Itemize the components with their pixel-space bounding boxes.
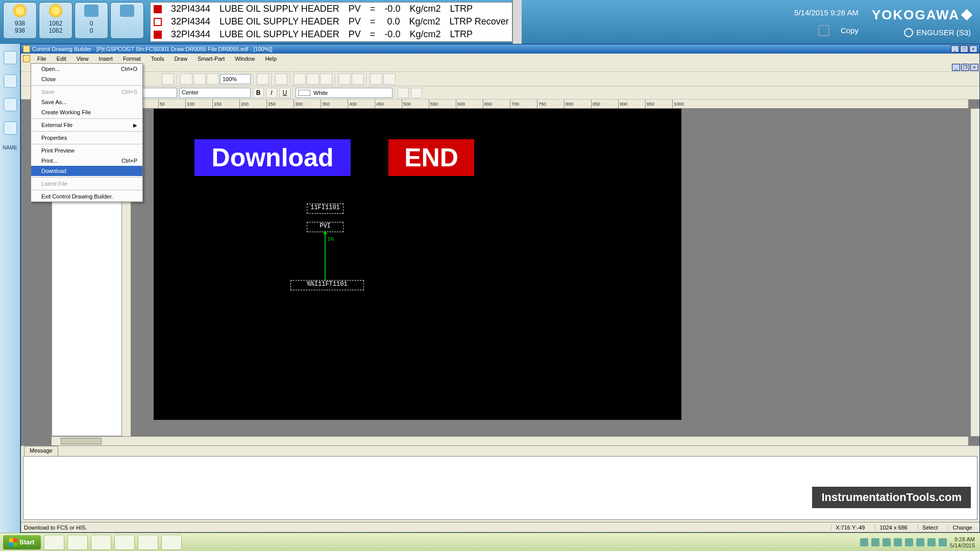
italic-button[interactable]: I — [266, 88, 277, 98]
alarm-row[interactable]: 32PI4344LUBE OIL SUPPLY HEADERPV=-0.0Kg/… — [151, 28, 512, 41]
tool-zoomreset-icon[interactable] — [193, 73, 206, 85]
border-button[interactable] — [398, 88, 409, 98]
tool-zoomout-icon[interactable] — [207, 73, 219, 85]
tool-align1-icon[interactable] — [338, 73, 351, 85]
tool-snap-icon[interactable] — [257, 73, 269, 85]
overview-cell[interactable] — [110, 2, 144, 39]
color-combo[interactable]: White — [296, 88, 393, 98]
menu-print-preview[interactable]: Print Preview — [31, 145, 142, 156]
bold-button[interactable]: B — [253, 88, 264, 98]
zoom-combo[interactable] — [220, 74, 251, 84]
maximize-button[interactable]: □ — [960, 45, 968, 53]
status-dim: 1024 x 686 — [875, 524, 911, 531]
menu-create-working-file[interactable]: Create Working File — [31, 107, 142, 117]
align-combo[interactable]: Center — [179, 88, 251, 98]
menu-help[interactable]: Help — [260, 55, 282, 63]
menu-window[interactable]: Window — [230, 55, 260, 63]
menu-exit[interactable]: Exit Control Drawing Builder. — [31, 191, 142, 202]
menu-download[interactable]: Download — [31, 166, 142, 176]
tool-text-icon[interactable] — [320, 73, 332, 85]
mdi-controls: _ ❐ × — [21, 64, 979, 72]
fill-button[interactable] — [411, 88, 422, 98]
start-button[interactable]: Start — [3, 535, 41, 549]
vertical-scrollbar[interactable] — [970, 109, 979, 436]
alarm-row[interactable]: 32PI4344LUBE OIL SUPPLY HEADERPV= 0.0Kg/… — [151, 15, 512, 28]
tool-ab-icon[interactable] — [307, 73, 319, 85]
tool-zoomin-icon[interactable] — [180, 73, 192, 85]
tray-icon[interactable] — [883, 538, 891, 546]
tool-group2-icon[interactable] — [383, 73, 396, 85]
tray-icon[interactable] — [860, 538, 868, 546]
mute-icon[interactable] — [818, 25, 829, 36]
mdi-close-button[interactable]: × — [970, 64, 978, 71]
close-button[interactable]: × — [969, 45, 977, 53]
wire-label: IN — [327, 236, 334, 242]
horizontal-scrollbar[interactable] — [52, 436, 968, 445]
end-block[interactable]: END — [388, 139, 474, 176]
message-tab[interactable]: Message — [24, 446, 58, 456]
menu-format[interactable]: Format — [118, 55, 146, 63]
minimize-button[interactable]: _ — [951, 45, 959, 53]
wire[interactable] — [325, 233, 326, 280]
taskbar-item[interactable] — [138, 535, 158, 550]
menu-print[interactable]: Print...Ctrl+P — [31, 156, 142, 166]
color-swatch-icon — [298, 90, 310, 96]
message-body[interactable]: InstrumentationTools.com — [23, 456, 977, 520]
underline-button[interactable]: U — [279, 88, 290, 98]
palette-table-icon[interactable] — [4, 121, 17, 135]
mdi-minimize-button[interactable]: _ — [952, 64, 960, 71]
taskbar-item[interactable] — [161, 535, 182, 550]
palette-grid-icon[interactable] — [4, 74, 17, 88]
download-block[interactable]: Download — [194, 139, 351, 176]
tool-align2-icon[interactable] — [352, 73, 364, 85]
menu-save-as[interactable]: Save As... — [31, 97, 142, 107]
menu-insert[interactable]: Insert — [93, 55, 118, 63]
tool-grid-icon[interactable] — [162, 73, 174, 85]
menu-bar[interactable]: File Edit View Insert Format Tools Draw … — [21, 54, 979, 64]
menu-tools[interactable]: Tools — [146, 55, 169, 63]
status-coord: X:716 Y:-49 — [831, 524, 869, 531]
tray-icon[interactable] — [894, 538, 902, 546]
tray-icon[interactable] — [939, 538, 947, 546]
tray-icon[interactable] — [916, 538, 924, 546]
alarm-scrollbar[interactable] — [512, 0, 522, 44]
alarm-row[interactable]: 32PI4344LUBE OIL SUPPLY HEADERPV=-0.0Kg/… — [151, 3, 512, 15]
menu-external-file[interactable]: External File▶ — [31, 120, 142, 130]
taskbar-item[interactable] — [114, 535, 135, 550]
tray-icon[interactable] — [905, 538, 913, 546]
mdi-restore-button[interactable]: ❐ — [961, 64, 969, 71]
menu-properties[interactable]: Properties — [31, 133, 142, 143]
tool-pointer-icon[interactable] — [275, 73, 287, 85]
function-block-tag[interactable]: 11FI1101 — [307, 204, 344, 214]
taskbar-item[interactable] — [67, 535, 88, 550]
tool-group1-icon[interactable] — [370, 73, 382, 85]
palette-blocks-icon[interactable] — [4, 98, 17, 111]
tray-clock[interactable]: 9:28 AM5/14/2015 — [950, 536, 977, 548]
status-mode: Select — [918, 524, 942, 531]
menu-file[interactable]: File — [32, 55, 52, 63]
menu-open[interactable]: Open...Ctrl+O — [31, 64, 142, 74]
status-bar: Download to FCS or HIS. X:716 Y:-49 1024… — [21, 522, 979, 532]
menu-smartpart[interactable]: Smart-Part — [192, 55, 230, 63]
sun-icon — [50, 5, 62, 17]
system-datetime: 5/14/2015 9:28 AM — [794, 8, 859, 17]
io-block[interactable]: %%I11FT1101 — [290, 280, 364, 290]
tray-icon[interactable] — [927, 538, 936, 546]
overview-cell[interactable]: 00 — [75, 2, 108, 39]
tray-icon[interactable] — [871, 538, 879, 546]
format-toolbar: Center B I U White — [21, 86, 979, 99]
overview-cell[interactable]: 10621062 — [39, 2, 72, 39]
taskbar-item[interactable] — [91, 535, 111, 550]
tool-block-icon[interactable] — [293, 73, 306, 85]
drawing-canvas[interactable]: Download END 11FI1101 PVI IN %%I11FT1101 — [154, 109, 681, 420]
menu-close[interactable]: Close — [31, 74, 142, 84]
menu-view[interactable]: View — [71, 55, 94, 63]
user-badge[interactable]: ENGUSER (S3) — [904, 28, 971, 37]
overview-cell[interactable]: 938938 — [3, 2, 37, 39]
menu-edit[interactable]: Edit — [52, 55, 71, 63]
title-bar[interactable]: Control Drawing Builder - [Pjt:GSPCOGT S… — [21, 44, 979, 54]
copy-button[interactable]: Copy — [841, 26, 859, 35]
taskbar-item[interactable] — [44, 535, 64, 550]
palette-arrow-icon[interactable] — [4, 51, 17, 64]
menu-draw[interactable]: Draw — [169, 55, 192, 63]
